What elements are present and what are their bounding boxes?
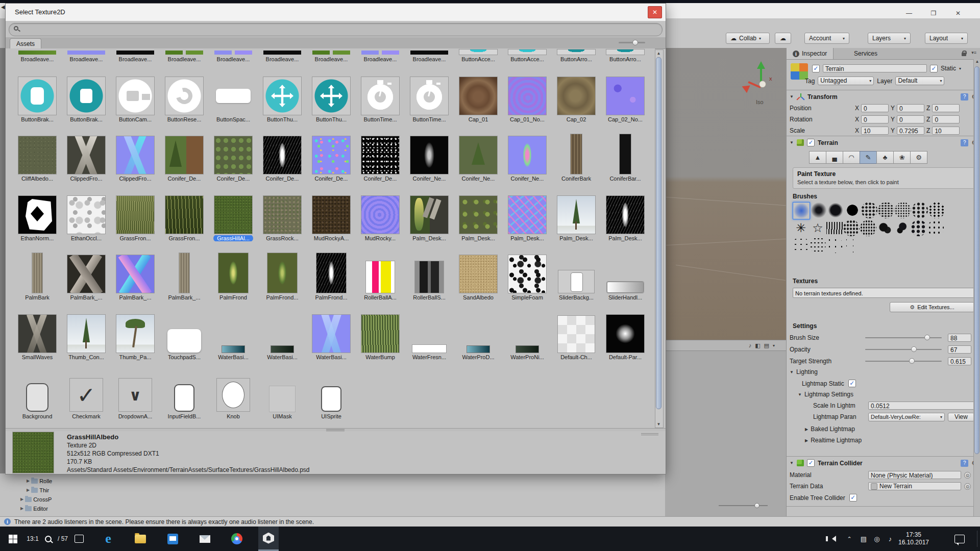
texture-item[interactable]: MudRockyA... <box>307 188 356 247</box>
realtime-lightmap-foldout-icon[interactable]: ▶ <box>805 438 808 443</box>
account-dropdown[interactable]: Account ▾ <box>804 33 849 44</box>
help-icon[interactable]: ? <box>961 93 968 101</box>
help-icon[interactable]: ? <box>961 460 968 467</box>
texture-item[interactable]: Conifer_De... <box>160 128 209 187</box>
texture-item[interactable]: ClippedFro... <box>62 128 111 187</box>
texture-item[interactable]: Palm_Desk... <box>552 188 601 247</box>
texture-item[interactable]: Conifer_De... <box>307 128 356 187</box>
texture-item[interactable]: SimpleFoam <box>503 247 552 306</box>
terrain-data-field[interactable]: New Terrain <box>868 482 961 490</box>
texture-item[interactable]: Background <box>13 366 62 425</box>
network-tray-icon[interactable]: ◎ <box>871 527 883 551</box>
baked-lightmap-foldout-icon[interactable]: ▶ <box>805 427 808 432</box>
position-x-field[interactable]: 0 <box>861 104 889 112</box>
terrain-tool-details[interactable]: ❀ <box>893 151 911 164</box>
terrain-tool-trees[interactable]: ♣ <box>876 151 894 164</box>
collider-enabled-checkbox[interactable]: ✓ <box>807 459 815 467</box>
inspector-scrollbar[interactable]: ▲ <box>973 59 980 516</box>
project-folder-rolle[interactable]: ▶Rolle <box>27 477 52 485</box>
texture-item[interactable]: WaterBasi... <box>258 307 307 366</box>
texture-item[interactable]: Conifer_Ne... <box>503 128 552 187</box>
texture-item[interactable]: Conifer_Ne... <box>405 128 454 187</box>
lightmap-static-checkbox[interactable]: ✓ <box>848 380 856 387</box>
brush-star[interactable]: ☆ <box>810 220 826 236</box>
texture-item[interactable]: Cap_02 <box>552 69 601 128</box>
brush-spk6[interactable] <box>843 220 860 236</box>
texture-item[interactable]: MudRocky... <box>356 188 405 247</box>
texture-item[interactable]: Cap_01_No... <box>503 69 552 128</box>
active-checkbox[interactable]: ✓ <box>812 65 820 72</box>
edit-textures-button[interactable]: ⚙ Edit Textures... <box>890 302 974 312</box>
texture-item[interactable]: WaterBasi... <box>307 307 356 366</box>
slider-value-field[interactable]: 67 <box>948 345 971 354</box>
brush-hard[interactable] <box>844 202 861 218</box>
thumbnail-zoom-slider[interactable] <box>719 503 768 508</box>
project-folder-thir[interactable]: ▶Thir <box>27 486 49 494</box>
brush-blob[interactable] <box>877 220 893 236</box>
lock-icon[interactable] <box>962 53 966 58</box>
texture-item[interactable]: WaterBump <box>356 307 405 366</box>
texture-item[interactable]: ButtonTime... <box>405 69 454 128</box>
texture-item[interactable]: ClippedFro... <box>111 128 160 187</box>
texture-item[interactable]: ButtonBrak... <box>62 69 111 128</box>
brush-blob2[interactable] <box>894 220 910 236</box>
rotation-z-field[interactable]: 0 <box>932 115 960 123</box>
rotation-y-field[interactable]: 0 <box>897 115 924 123</box>
keyboard-tray-icon[interactable]: ▤ <box>857 527 870 551</box>
texture-item[interactable]: UISprite <box>307 366 356 425</box>
minimize-icon[interactable]: — <box>904 9 914 17</box>
layout-dropdown[interactable]: Layout ▾ <box>925 33 968 44</box>
brush-soft[interactable] <box>811 202 827 218</box>
start-button[interactable] <box>4 527 21 551</box>
texture-item[interactable]: TouchpadS... <box>160 307 209 366</box>
slider-value-field[interactable]: 0.615 <box>948 357 971 365</box>
slider-track[interactable] <box>865 361 942 362</box>
brush-spk9[interactable] <box>810 237 826 253</box>
slider-track[interactable] <box>865 337 942 338</box>
terrain-tool-height[interactable]: ▄ <box>826 151 843 164</box>
brush-spk7[interactable] <box>860 220 876 236</box>
texture-item[interactable]: GrassHillAl... <box>209 188 258 247</box>
brush-spk4[interactable] <box>912 202 928 218</box>
scale-x-field[interactable]: 10 <box>861 127 889 135</box>
slider-track[interactable] <box>865 349 942 350</box>
mail-icon[interactable] <box>194 527 215 551</box>
terrain-tool-settings[interactable]: ⚙ <box>910 151 927 164</box>
dialog-titlebar[interactable]: Select Texture2D ✕ <box>6 4 666 21</box>
collider-foldout-icon[interactable]: ▼ <box>790 461 794 465</box>
texture-item[interactable]: Conifer_De... <box>356 128 405 187</box>
texture-item[interactable]: Default-Par... <box>601 307 650 366</box>
position-y-field[interactable]: 0 <box>897 104 924 112</box>
cloud-button[interactable]: ☁ <box>775 33 791 44</box>
texture-item[interactable]: Conifer_De... <box>258 128 307 187</box>
texture-item[interactable]: UIMask <box>258 366 307 425</box>
terrain-foldout-icon[interactable]: ▼ <box>790 140 794 145</box>
action-center-icon[interactable] <box>950 527 969 551</box>
project-folder-editor[interactable]: ▶Editor <box>20 504 48 513</box>
texture-item[interactable]: Thumb_Pa... <box>111 307 160 366</box>
texture-item[interactable]: WaterProNi... <box>503 307 552 366</box>
file-explorer-icon[interactable] <box>130 527 151 551</box>
texture-item[interactable]: Palm_Desk... <box>405 188 454 247</box>
texture-item[interactable]: PalmFrond... <box>307 247 356 306</box>
texture-item[interactable]: ButtonBrak... <box>13 69 62 128</box>
slider-knob[interactable] <box>911 346 917 352</box>
material-field[interactable]: None (Physic Material) <box>868 471 961 479</box>
tray-expand-icon[interactable]: ⌃ <box>843 527 855 551</box>
texture-item[interactable]: ButtonCam... <box>111 69 160 128</box>
lightmap-param-dropdown[interactable]: Default-VeryLowRe:▾ <box>868 413 945 421</box>
terrain-tool-paint[interactable]: ✎ <box>860 151 877 164</box>
show-desktop-button[interactable] <box>977 531 977 547</box>
chevron-down-icon[interactable]: ▾ <box>773 343 775 348</box>
gizmo-view-mode-label[interactable]: Iso <box>756 99 764 105</box>
brush-dots[interactable] <box>927 220 944 236</box>
brush-spk1[interactable] <box>861 202 877 218</box>
slider-knob[interactable] <box>924 335 930 340</box>
position-z-field[interactable]: 0 <box>932 104 960 112</box>
texture-item[interactable]: Conifer_De... <box>209 128 258 187</box>
object-picker-icon[interactable]: ⊙ <box>964 483 971 490</box>
edge-icon[interactable]: e <box>98 527 118 551</box>
tag-icon[interactable]: ◧ <box>755 342 760 349</box>
tab-services[interactable]: Services <box>848 48 884 59</box>
chrome-icon[interactable] <box>227 527 247 551</box>
